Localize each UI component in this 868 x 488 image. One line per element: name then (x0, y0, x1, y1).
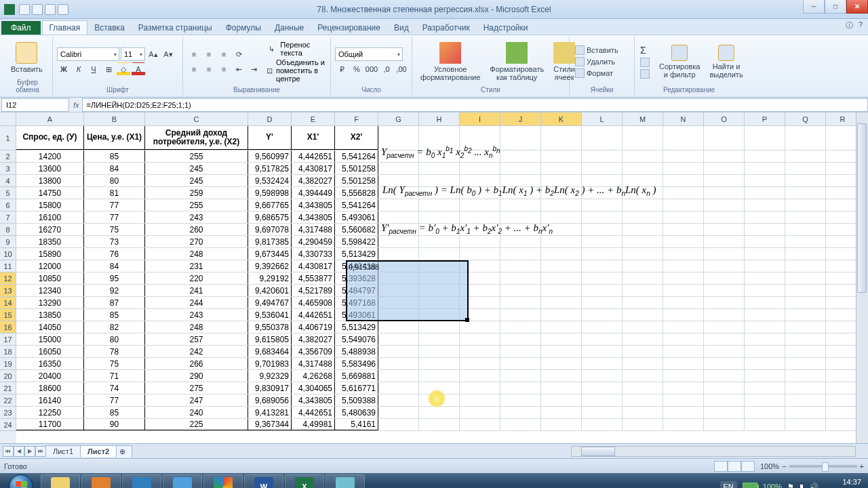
tab-home[interactable]: Главная (42, 20, 88, 35)
cell[interactable] (419, 260, 460, 272)
cell[interactable] (460, 285, 500, 296)
insert-cells-button[interactable]: Вставить (574, 45, 620, 56)
cell[interactable] (460, 199, 500, 211)
cell[interactable] (785, 394, 826, 406)
cell-header[interactable]: Спрос, ед. (У) (16, 126, 84, 150)
find-select-button[interactable]: Найти и выделить (705, 43, 747, 80)
row-header-12[interactable]: 12 (0, 272, 16, 285)
cell[interactable]: 9,413281 (248, 407, 292, 418)
col-header-F[interactable]: F (335, 113, 378, 125)
tab-addins[interactable]: Надстройки (477, 21, 535, 35)
col-header-D[interactable]: D (248, 113, 292, 125)
row-header-4[interactable]: 4 (0, 175, 16, 187)
cell[interactable]: 5,393628 (335, 272, 378, 284)
col-header-N[interactable]: N (663, 113, 704, 125)
cell[interactable] (460, 309, 500, 321)
cell[interactable] (663, 199, 704, 211)
cell[interactable] (500, 199, 541, 211)
cell[interactable] (419, 285, 460, 296)
cell[interactable] (500, 150, 541, 162)
cell[interactable]: 4,442651 (292, 309, 335, 321)
cell[interactable]: 5,513429 (335, 248, 378, 260)
cell[interactable]: 9,598998 (248, 187, 292, 199)
cell[interactable] (785, 358, 826, 369)
cell[interactable]: 4,430817 (292, 163, 335, 174)
cell[interactable] (663, 333, 704, 345)
tab-review[interactable]: Рецензирование (311, 21, 387, 35)
cell[interactable] (582, 321, 623, 333)
cell[interactable]: 20400 (16, 370, 84, 382)
cell[interactable] (500, 236, 541, 247)
cell[interactable] (785, 248, 826, 260)
merge-center-button[interactable]: ⊡Объединить и поместить в центре (266, 58, 326, 83)
cell[interactable] (785, 297, 826, 308)
sheet-tab-new[interactable]: ⊕ (116, 445, 132, 458)
cell[interactable]: 82 (84, 321, 145, 333)
align-center-icon[interactable]: ≡ (202, 62, 216, 76)
cell[interactable] (500, 321, 541, 333)
cell[interactable] (460, 163, 500, 174)
cell[interactable]: 9,29192 (248, 272, 292, 284)
cell[interactable]: 275 (145, 382, 248, 394)
tray-language[interactable]: EN (720, 481, 737, 488)
cell-header[interactable]: Y' (248, 126, 292, 150)
cell[interactable]: 248 (145, 321, 248, 333)
cell[interactable]: 5,484797 (335, 285, 378, 296)
cell[interactable]: 9,697078 (248, 224, 292, 235)
cell[interactable] (623, 260, 663, 272)
cell-header[interactable] (582, 126, 623, 150)
col-header-B[interactable]: B (84, 113, 145, 125)
cell[interactable]: 266 (145, 358, 248, 369)
tab-formulas[interactable]: Формулы (219, 21, 268, 35)
cell-header[interactable]: X1' (292, 126, 335, 150)
cell[interactable] (704, 236, 745, 247)
cell[interactable] (460, 248, 500, 260)
cell[interactable] (623, 407, 663, 418)
cell[interactable] (826, 260, 860, 272)
cell[interactable] (785, 382, 826, 394)
cell[interactable] (785, 163, 826, 174)
cell[interactable] (826, 407, 860, 418)
cell[interactable] (378, 236, 419, 247)
cell[interactable] (663, 346, 704, 357)
cell[interactable] (419, 370, 460, 382)
cell[interactable] (745, 346, 785, 357)
row-header-23[interactable]: 23 (0, 407, 16, 419)
cell[interactable] (785, 260, 826, 272)
cell[interactable]: 247 (145, 394, 248, 406)
cell[interactable]: 11700 (16, 419, 84, 430)
number-format-combo[interactable]: Общий (335, 47, 403, 61)
cell[interactable] (826, 199, 860, 211)
cell[interactable]: 5,583496 (335, 358, 378, 369)
align-bottom-icon[interactable]: ≡ (217, 47, 231, 61)
cell[interactable] (826, 175, 860, 186)
tray-network-icon[interactable]: ▮ (800, 483, 804, 489)
cell[interactable] (704, 407, 745, 418)
comma-icon[interactable]: 000 (365, 62, 378, 76)
cell[interactable] (541, 199, 582, 211)
cell[interactable] (745, 248, 785, 260)
cell[interactable] (663, 187, 704, 199)
cell[interactable] (500, 382, 541, 394)
cell[interactable] (623, 419, 663, 430)
cell[interactable]: 5,497168 (335, 297, 378, 308)
cell[interactable] (582, 150, 623, 162)
cell[interactable] (541, 211, 582, 223)
cell[interactable] (419, 236, 460, 247)
increase-font-icon[interactable]: A▴ (146, 47, 160, 61)
cell[interactable] (500, 260, 541, 272)
cell[interactable] (541, 285, 582, 296)
tray-battery-icon[interactable] (743, 483, 757, 488)
tray-clock[interactable]: 14:3730.10.2015 (824, 478, 861, 488)
cell[interactable] (745, 211, 785, 223)
cell[interactable] (500, 419, 541, 430)
cell[interactable]: 16350 (16, 358, 84, 369)
cell[interactable] (826, 382, 860, 394)
cell[interactable] (826, 346, 860, 357)
cell[interactable]: 4,553877 (292, 272, 335, 284)
cell[interactable]: 9,689056 (248, 394, 292, 406)
cell[interactable] (663, 407, 704, 418)
cell[interactable] (704, 260, 745, 272)
cell[interactable] (378, 211, 419, 223)
cell[interactable]: 77 (84, 199, 145, 211)
